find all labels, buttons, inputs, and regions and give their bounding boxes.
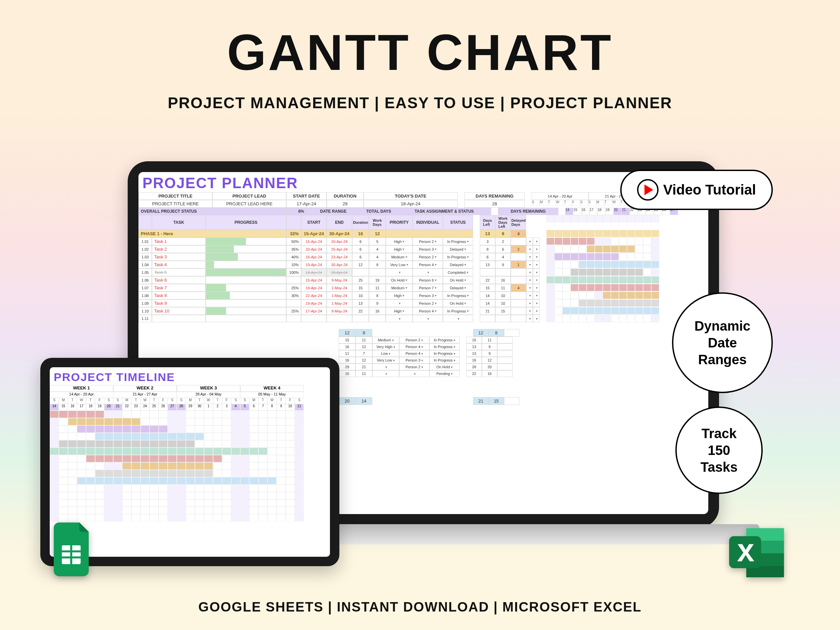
timeline-row [50, 477, 330, 485]
assignee-dropdown[interactable]: Person 2 [413, 238, 443, 245]
status-dropdown[interactable]: In Progress [443, 292, 473, 299]
status-dropdown[interactable]: Delayed [443, 261, 473, 268]
status-dropdown[interactable]: In Progress [443, 253, 473, 261]
status-dropdown[interactable]: In Progress [443, 307, 473, 315]
track-tasks-circle: Track 150 Tasks [675, 407, 763, 494]
priority-dropdown[interactable]: Very Low [386, 261, 413, 268]
task-row[interactable]: 1.08 Task 8 30% 22-Apr-24 1-May-24 10 8 … [139, 292, 708, 299]
timeline-heading: PROJECT TIMELINE [50, 367, 330, 385]
task-row[interactable]: 1.02 Task 2 35% 20-Apr-24 25-Apr-24 6 4 … [139, 245, 708, 253]
priority-dropdown[interactable]: High [386, 292, 413, 299]
task-row[interactable]: 1.06 Task 6 15-Apr-24 9-May-24 25 19 On … [139, 276, 708, 284]
task-row[interactable]: 1.11 [139, 315, 708, 322]
page-footer: GOOGLE SHEETS | INSTANT DOWNLOAD | MICRO… [0, 599, 840, 614]
assignee-dropdown[interactable]: Person 3 [413, 292, 443, 299]
timeline-row [50, 448, 330, 455]
assignee-dropdown[interactable]: Person 2 [413, 253, 443, 261]
page-subtitle: PROJECT MANAGEMENT | EASY TO USE | PROJE… [0, 94, 840, 112]
priority-dropdown[interactable]: Medium [386, 253, 413, 261]
task-row[interactable]: 1.10 Task 10 25% 17-Apr-24 8-May-24 22 1… [139, 307, 708, 315]
status-dropdown[interactable]: In Progress [443, 238, 473, 245]
task-row[interactable]: 1.04 Task 4 10% 19-Apr-24 30-Apr-24 12 8… [139, 261, 708, 268]
assignee-dropdown[interactable] [413, 315, 443, 322]
play-icon [637, 179, 658, 201]
dynamic-dates-circle: Dynamic Date Ranges [672, 292, 773, 393]
timeline-row [50, 425, 330, 433]
status-dropdown[interactable]: Delayed [443, 284, 473, 292]
assignee-dropdown[interactable]: Person 2 [413, 299, 443, 307]
priority-dropdown[interactable] [386, 299, 413, 307]
task-row[interactable]: 16 12 Very High Person 4 In Progress 13 … [139, 343, 708, 350]
task-row[interactable]: 1.05 Task 5 100% 18-Apr-24 28-Apr-24 Com… [139, 268, 708, 276]
status-dropdown[interactable]: Completed [443, 268, 473, 276]
timeline-row [50, 411, 330, 418]
task-row[interactable]: 1.03 Task 3 40% 16-Apr-24 23-Apr-24 6 4 … [139, 253, 708, 261]
priority-dropdown[interactable]: High [386, 245, 413, 253]
priority-dropdown[interactable] [386, 315, 413, 322]
timeline-row [50, 433, 330, 440]
assignee-dropdown[interactable]: Person 3 [413, 245, 443, 253]
status-dropdown[interactable] [443, 315, 473, 322]
timeline-row [50, 418, 330, 425]
google-sheets-icon [54, 523, 94, 576]
task-row[interactable]: 1.07 Task 7 25% 18-Apr-24 2-May-24 15 11… [139, 284, 708, 292]
project-lead-input[interactable]: PROJECT LEAD HERE [212, 200, 286, 208]
video-tutorial-label: Video Tutorial [663, 182, 756, 198]
timeline-row [50, 462, 330, 470]
assignee-dropdown[interactable]: Person 7 [413, 284, 443, 292]
project-title-input[interactable]: PROJECT TITLE HERE [139, 200, 212, 208]
task-row[interactable]: 15 11 Medium Person 2 In Progress 15 11 [139, 337, 708, 343]
status-dropdown[interactable]: On Hold [443, 276, 473, 284]
timeline-row [50, 470, 330, 477]
microsoft-excel-icon [729, 526, 786, 579]
priority-dropdown[interactable]: High [386, 307, 413, 315]
assignee-dropdown[interactable] [413, 268, 443, 276]
project-timeline-sheet[interactable]: PROJECT TIMELINEWEEK 1WEEK 2WEEK 3WEEK 4… [50, 367, 330, 521]
assignee-dropdown[interactable]: Person 6 [413, 276, 443, 284]
task-row[interactable]: 11 7 Low Person 4 In Progress 13 9 [139, 350, 708, 357]
task-row[interactable]: 1.01 Task 1 50% 15-Apr-24 20-Apr-24 6 5 … [139, 238, 708, 245]
assignee-dropdown[interactable]: Person 4 [413, 261, 443, 268]
timeline-row [50, 440, 330, 448]
priority-dropdown[interactable]: High [386, 238, 413, 245]
page-title: GANTT CHART [0, 0, 840, 82]
video-tutorial-pill[interactable]: Video Tutorial [620, 170, 773, 210]
priority-dropdown[interactable] [386, 268, 413, 276]
status-dropdown[interactable]: Delayed [443, 245, 473, 253]
priority-dropdown[interactable]: Medium [386, 284, 413, 292]
timeline-row [50, 455, 330, 462]
task-row[interactable]: 1.09 Task 9 19-Apr-24 1-May-24 13 9 Pers… [139, 299, 708, 307]
assignee-dropdown[interactable]: Person 4 [413, 307, 443, 315]
priority-dropdown[interactable]: On Hold [386, 276, 413, 284]
status-dropdown[interactable]: On Hold [443, 299, 473, 307]
